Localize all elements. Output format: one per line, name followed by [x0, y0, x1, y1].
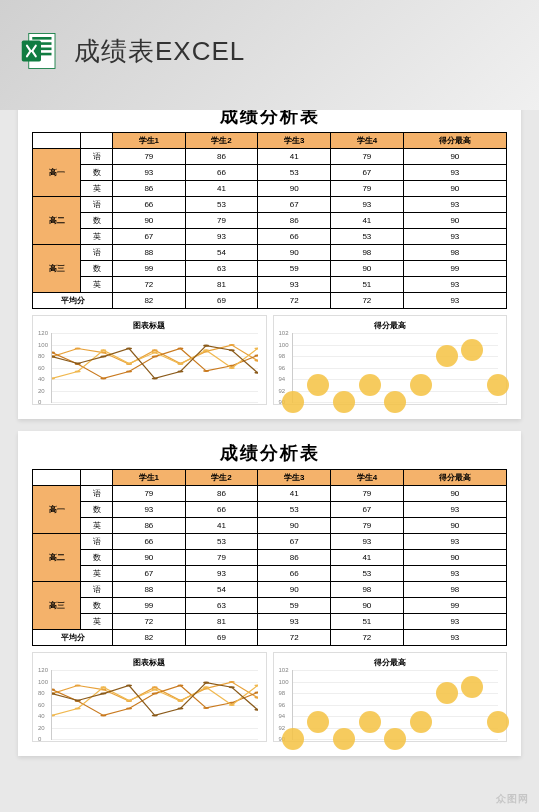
col-header: 学生3 — [258, 133, 331, 149]
footer-label: 平均分 — [33, 293, 113, 309]
data-cell: 72 — [113, 277, 186, 293]
data-cell: 98 — [331, 582, 404, 598]
table-row: 高二语6653679393 — [33, 197, 507, 213]
svg-point-77 — [254, 709, 257, 711]
svg-point-34 — [75, 362, 81, 364]
data-cell: 63 — [185, 261, 258, 277]
svg-point-27 — [126, 362, 132, 364]
data-cell: 数 — [81, 261, 113, 277]
bubble-point — [282, 728, 304, 750]
y-tick: 120 — [38, 330, 48, 336]
data-cell: 90 — [403, 518, 506, 534]
data-cell: 59 — [258, 261, 331, 277]
svg-point-13 — [229, 344, 235, 346]
footer-cell: 69 — [185, 630, 258, 646]
footer-cell: 72 — [331, 293, 404, 309]
data-cell: 英 — [81, 566, 113, 582]
col-header — [33, 470, 81, 486]
data-cell: 41 — [331, 213, 404, 229]
data-cell: 99 — [403, 598, 506, 614]
data-cell: 86 — [113, 181, 186, 197]
svg-point-35 — [100, 356, 106, 358]
data-cell: 66 — [258, 566, 331, 582]
footer-cell: 82 — [113, 630, 186, 646]
data-cell: 93 — [403, 197, 506, 213]
data-cell: 99 — [113, 598, 186, 614]
table-row: 高三语8854909898 — [33, 245, 507, 261]
svg-point-38 — [177, 370, 183, 372]
svg-point-43 — [75, 684, 81, 686]
data-cell: 67 — [113, 229, 186, 245]
col-header: 学生4 — [331, 470, 404, 486]
svg-point-39 — [203, 345, 209, 347]
data-cell: 90 — [258, 181, 331, 197]
y-tick: 92 — [279, 725, 286, 731]
data-cell: 英 — [81, 229, 113, 245]
bubble-point — [436, 345, 458, 367]
data-cell: 93 — [331, 534, 404, 550]
col-header — [81, 470, 113, 486]
data-cell: 英 — [81, 181, 113, 197]
data-cell: 66 — [113, 534, 186, 550]
data-cell: 88 — [113, 582, 186, 598]
data-cell: 90 — [258, 518, 331, 534]
svg-point-14 — [254, 360, 257, 362]
data-cell: 86 — [113, 518, 186, 534]
svg-point-72 — [126, 684, 132, 686]
data-cell: 98 — [403, 245, 506, 261]
bubble-point — [307, 711, 329, 733]
svg-point-71 — [100, 693, 106, 695]
data-cell: 86 — [185, 486, 258, 502]
data-cell: 59 — [258, 598, 331, 614]
chart-title: 图表标题 — [37, 320, 262, 331]
svg-point-55 — [152, 693, 158, 695]
data-cell: 53 — [185, 534, 258, 550]
svg-point-67 — [229, 704, 235, 706]
data-cell: 54 — [185, 582, 258, 598]
footer-cell: 72 — [258, 630, 331, 646]
bubble-point — [359, 374, 381, 396]
bubble-point — [384, 391, 406, 413]
bubble-point — [307, 374, 329, 396]
svg-point-17 — [100, 377, 106, 379]
y-tick: 102 — [279, 667, 289, 673]
score-sheet: 成绩分析表学生1学生2学生3学生4得分最高高一语7986417990数93665… — [18, 94, 521, 419]
y-tick: 0 — [38, 399, 41, 405]
svg-point-74 — [177, 707, 183, 709]
score-sheet: 成绩分析表学生1学生2学生3学生4得分最高高一语7986417990数93665… — [18, 431, 521, 756]
excel-icon — [20, 30, 62, 72]
data-cell: 67 — [258, 197, 331, 213]
sheet-title: 成绩分析表 — [32, 441, 507, 465]
svg-point-56 — [177, 684, 183, 686]
data-cell: 93 — [403, 502, 506, 518]
watermark: 众图网 — [496, 792, 529, 806]
data-cell: 79 — [331, 181, 404, 197]
data-cell: 93 — [331, 197, 404, 213]
col-header — [81, 133, 113, 149]
data-cell: 66 — [185, 502, 258, 518]
table-row: 高一语7986417990 — [33, 149, 507, 165]
data-cell: 81 — [185, 614, 258, 630]
svg-point-26 — [100, 349, 106, 351]
data-cell: 67 — [113, 566, 186, 582]
svg-point-19 — [152, 356, 158, 358]
footer-cell: 69 — [185, 293, 258, 309]
col-header: 学生4 — [331, 133, 404, 149]
data-cell: 90 — [403, 181, 506, 197]
data-cell: 86 — [258, 550, 331, 566]
score-table: 学生1学生2学生3学生4得分最高高一语7986417990数9366536793… — [32, 132, 507, 309]
y-tick: 60 — [38, 365, 45, 371]
table-row: 数9079864190 — [33, 550, 507, 566]
footer-label: 平均分 — [33, 630, 113, 646]
svg-point-25 — [75, 370, 81, 372]
data-cell: 语 — [81, 245, 113, 261]
data-cell: 90 — [113, 550, 186, 566]
data-cell: 93 — [403, 165, 506, 181]
bubble-chart: 得分最高9092949698100102 — [273, 652, 508, 742]
data-cell: 41 — [258, 486, 331, 502]
bubble-point — [461, 676, 483, 698]
y-tick: 60 — [38, 702, 45, 708]
y-tick: 80 — [38, 690, 45, 696]
svg-point-49 — [229, 681, 235, 683]
bubble-point — [487, 374, 509, 396]
